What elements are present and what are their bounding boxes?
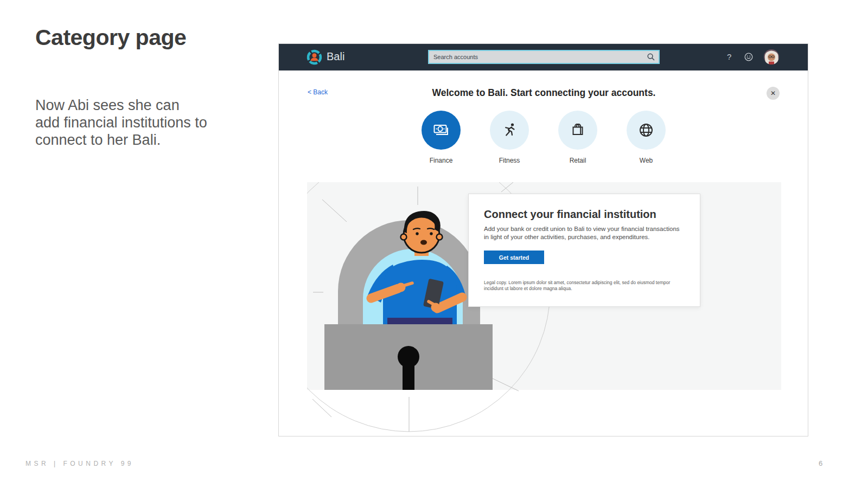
connect-card: Connect your financial institution Add y… xyxy=(468,194,700,307)
card-legal-copy: Legal copy. Lorem ipsum dolor sit amet, … xyxy=(484,280,677,292)
category-fitness[interactable]: Fitness xyxy=(490,111,529,164)
help-icon[interactable]: ? xyxy=(727,52,731,61)
retail-circle xyxy=(558,111,597,150)
body-line: Now Abi sees she can xyxy=(35,97,180,113)
card-body: Add your bank or credit union to Bali to… xyxy=(484,225,684,241)
category-retail[interactable]: Retail xyxy=(558,111,597,164)
page-number: 6 xyxy=(819,459,822,467)
app-header: Bali ? xyxy=(279,44,808,70)
welcome-heading: Welcome to Bali. Start connecting your a… xyxy=(279,87,808,99)
category-label: Fitness xyxy=(499,157,520,164)
search-input[interactable] xyxy=(429,51,647,63)
get-started-button[interactable]: Get started xyxy=(484,251,544,264)
finance-circle xyxy=(422,111,461,150)
close-icon: ✕ xyxy=(770,89,776,97)
card-title: Connect your financial institution xyxy=(484,208,685,221)
presentation-slide: Category page Now Abi sees she can add f… xyxy=(0,0,868,488)
brand-name: Bali xyxy=(327,50,344,63)
close-button[interactable]: ✕ xyxy=(767,87,780,100)
user-avatar-photo xyxy=(764,49,779,65)
body-line: add financial institutions to xyxy=(35,114,207,131)
search-box[interactable] xyxy=(428,50,660,64)
bali-logo-icon xyxy=(307,49,322,65)
slide-title: Category page xyxy=(35,25,186,50)
magnifier-icon xyxy=(647,53,655,61)
fitness-circle xyxy=(490,111,529,150)
category-web[interactable]: Web xyxy=(627,111,666,164)
category-label: Web xyxy=(640,157,653,164)
shopping-bag-icon xyxy=(569,121,586,139)
category-finance[interactable]: Finance xyxy=(422,111,461,164)
user-avatar[interactable] xyxy=(764,49,779,65)
category-row: Finance Fitness xyxy=(422,111,666,164)
globe-icon xyxy=(637,121,655,139)
web-circle xyxy=(627,111,666,150)
slide-footer: MSR | FOUNDRY 99 xyxy=(25,460,134,467)
slide-body-text: Now Abi sees she can add financial insti… xyxy=(35,97,207,149)
category-label: Retail xyxy=(570,157,586,164)
category-label: Finance xyxy=(430,157,453,164)
body-line: connect to her Bali. xyxy=(35,132,161,148)
banknote-icon xyxy=(432,121,450,139)
runner-icon xyxy=(501,121,518,139)
smiley-icon[interactable] xyxy=(744,53,753,61)
bali-app-window: Bali ? xyxy=(278,43,808,436)
